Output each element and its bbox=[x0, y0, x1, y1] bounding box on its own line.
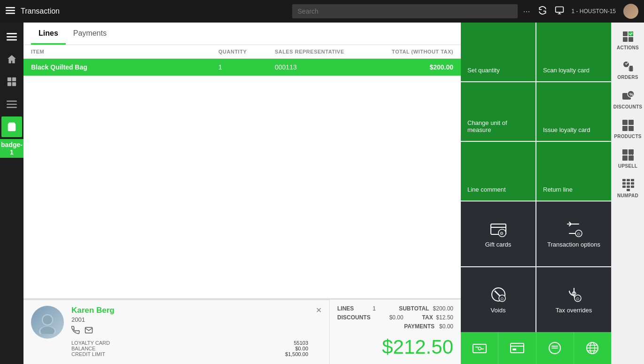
tabs: Lines Payments bbox=[23, 23, 461, 45]
tax-overrides-icon: ⊙ bbox=[566, 286, 582, 303]
voids-button[interactable]: ⊙ Voids bbox=[461, 267, 535, 332]
transaction-badge[interactable]: badge-1 bbox=[0, 139, 26, 158]
svg-rect-12 bbox=[7, 104, 17, 105]
close-customer-button[interactable]: ✕ bbox=[316, 306, 322, 315]
svg-point-32 bbox=[478, 347, 481, 350]
col-total: TOTAL (WITHOUT TAX) bbox=[369, 49, 453, 54]
credit-limit-field: CREDIT LIMIT $1,500.00 bbox=[71, 351, 308, 357]
scan-loyalty-card-button[interactable]: Scan loyalty card bbox=[536, 23, 611, 81]
far-right-sidebar: ACTIONS ORDERS % DISCOUNTS bbox=[611, 23, 644, 364]
page-title: Transaction bbox=[21, 7, 287, 15]
orders-icon bbox=[621, 60, 635, 73]
web-button[interactable] bbox=[574, 332, 611, 364]
credit-limit-label: CREDIT LIMIT bbox=[71, 351, 105, 357]
svg-rect-51 bbox=[628, 126, 634, 131]
svg-rect-38 bbox=[623, 31, 628, 36]
loyalty-card-field: LOYALTY CARD 55103 bbox=[71, 340, 308, 346]
exact-button[interactable] bbox=[536, 332, 574, 364]
svg-rect-11 bbox=[7, 101, 17, 101]
svg-rect-65 bbox=[627, 189, 630, 191]
svg-rect-5 bbox=[7, 36, 17, 38]
payments-label: PAYMENTS bbox=[404, 323, 435, 330]
upsell-button[interactable]: UPSELL bbox=[613, 145, 643, 172]
sidebar-item-catalog[interactable] bbox=[1, 71, 22, 92]
tab-lines[interactable]: Lines bbox=[31, 23, 66, 45]
orders-button[interactable]: ORDERS bbox=[613, 56, 643, 84]
line-comment-button[interactable]: Line comment bbox=[461, 142, 535, 201]
svg-text:⊙: ⊙ bbox=[500, 231, 504, 236]
search-input[interactable] bbox=[292, 4, 518, 18]
user-location: 1 - HOUSTON-15 bbox=[572, 8, 616, 15]
actions-button[interactable]: ACTIONS bbox=[613, 26, 643, 54]
change-unit-of-measure-button[interactable]: Change unit of measure bbox=[461, 82, 535, 141]
cash-button[interactable] bbox=[461, 332, 498, 364]
svg-rect-13 bbox=[7, 107, 17, 108]
email-icon[interactable] bbox=[85, 326, 93, 336]
payments-value: $0.00 bbox=[439, 323, 453, 330]
table-header: ITEM QUANTITY SALES REPRESENTATIVE TOTAL… bbox=[23, 45, 461, 59]
row-quantity: 1 bbox=[218, 63, 275, 71]
customer-panel: Karen Berg 2001 LOYALTY CARD bbox=[23, 300, 329, 363]
svg-rect-60 bbox=[627, 182, 630, 185]
center-content: Lines Payments ITEM QUANTITY SALES REPRE… bbox=[23, 23, 461, 364]
more-icon[interactable]: ··· bbox=[523, 7, 530, 16]
discounts-value: $0.00 bbox=[389, 314, 403, 321]
tax-overrides-button[interactable]: ⊙ Tax overrides bbox=[536, 267, 611, 332]
balance-label: BALANCE bbox=[71, 346, 95, 351]
svg-rect-33 bbox=[511, 343, 524, 353]
svg-rect-8 bbox=[12, 77, 16, 81]
return-line-button[interactable]: Return line bbox=[536, 142, 611, 201]
tab-payments[interactable]: Payments bbox=[66, 23, 114, 45]
svg-rect-44 bbox=[629, 66, 633, 71]
row-item-name: Black Quilted Bag bbox=[31, 63, 218, 71]
transaction-table: ITEM QUANTITY SALES REPRESENTATIVE TOTAL… bbox=[23, 45, 461, 298]
tax-label: TAX bbox=[422, 314, 433, 321]
products-button[interactable]: PRODUCTS bbox=[613, 115, 643, 143]
svg-rect-3 bbox=[555, 7, 563, 13]
svg-rect-4 bbox=[7, 33, 17, 34]
refresh-icon[interactable] bbox=[538, 6, 547, 17]
set-quantity-button[interactable]: Set quantity bbox=[461, 23, 535, 81]
customer-id: 2001 bbox=[71, 316, 308, 323]
tax-value: $12.50 bbox=[436, 314, 453, 321]
transaction-options-button[interactable]: ⊙ Transaction options bbox=[536, 201, 611, 266]
phone-icon[interactable] bbox=[71, 326, 80, 336]
card-button[interactable] bbox=[498, 332, 536, 364]
svg-rect-10 bbox=[12, 82, 16, 86]
svg-rect-61 bbox=[631, 182, 634, 185]
issue-loyalty-card-button[interactable]: Issue loyalty card bbox=[536, 82, 611, 141]
subtotal-value: $200.00 bbox=[433, 305, 453, 312]
svg-rect-31 bbox=[473, 344, 486, 353]
action-grid: Set quantity Scan loyalty card Change un… bbox=[461, 23, 611, 332]
discounts-button[interactable]: % DISCOUNTS bbox=[613, 85, 643, 113]
customer-name: Karen Berg bbox=[71, 306, 308, 315]
sidebar-item-menu[interactable] bbox=[1, 26, 22, 47]
hamburger-icon[interactable] bbox=[6, 6, 15, 17]
svg-point-17 bbox=[43, 315, 52, 325]
left-sidebar: badge-1 bbox=[0, 23, 23, 364]
row-total: $200.00 bbox=[369, 63, 453, 71]
balance-field: BALANCE $0.00 bbox=[71, 346, 308, 351]
svg-rect-41 bbox=[628, 37, 633, 42]
svg-rect-57 bbox=[627, 179, 630, 181]
orders-label: ORDERS bbox=[617, 75, 638, 80]
top-bar-icons: ··· 1 - HOUSTON-15 bbox=[523, 4, 638, 19]
products-icon bbox=[621, 119, 635, 132]
screen-icon[interactable] bbox=[555, 6, 564, 17]
lines-label: LINES bbox=[337, 305, 354, 312]
sidebar-item-home[interactable] bbox=[1, 49, 22, 70]
lines-value: 1 bbox=[372, 305, 376, 312]
sidebar-item-cart[interactable] bbox=[1, 116, 22, 137]
svg-rect-56 bbox=[622, 179, 626, 181]
avatar[interactable] bbox=[623, 4, 638, 19]
voids-icon: ⊙ bbox=[490, 286, 507, 303]
svg-rect-52 bbox=[622, 149, 628, 155]
col-item: ITEM bbox=[31, 49, 218, 54]
svg-rect-1 bbox=[6, 10, 15, 11]
gift-cards-button[interactable]: ⊙ Gift cards bbox=[461, 201, 535, 266]
table-row[interactable]: Black Quilted Bag 1 000113 $200.00 bbox=[23, 59, 461, 76]
sidebar-item-list[interactable] bbox=[1, 94, 22, 115]
numpad-button[interactable]: NUMPAD bbox=[613, 174, 643, 202]
right-panel: Set quantity Scan loyalty card Change un… bbox=[461, 23, 611, 364]
products-label: PRODUCTS bbox=[614, 134, 642, 139]
